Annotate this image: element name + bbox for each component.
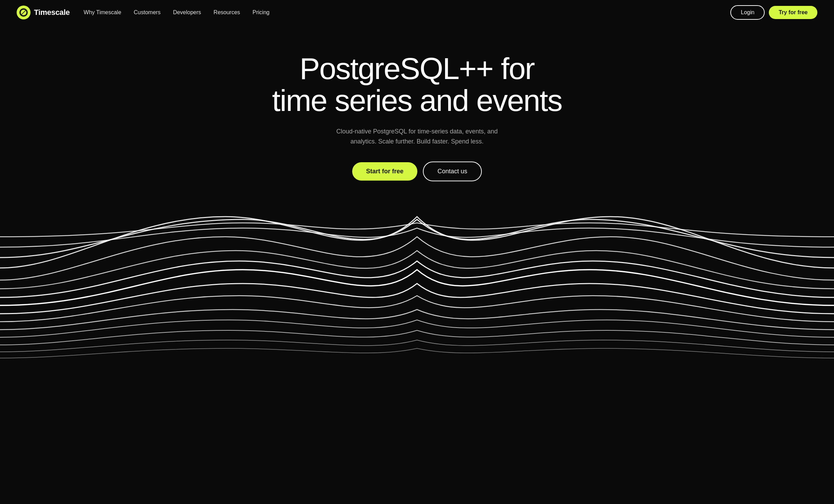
nav-link-resources[interactable]: Resources <box>214 9 240 15</box>
hero-title: PostgreSQL++ for time series and events <box>272 53 562 117</box>
nav-item-resources[interactable]: Resources <box>214 9 240 16</box>
nav-item-developers[interactable]: Developers <box>173 9 201 16</box>
start-free-button[interactable]: Start for free <box>352 162 417 181</box>
logo-text: Timescale <box>34 8 70 17</box>
nav-item-why-timescale[interactable]: Why Timescale <box>84 9 121 16</box>
try-free-button[interactable]: Try for free <box>769 6 817 19</box>
wave-svg <box>0 216 834 362</box>
logo[interactable]: Timescale <box>17 6 70 19</box>
nav-item-pricing[interactable]: Pricing <box>253 9 270 16</box>
nav-links: Why Timescale Customers Developers Resou… <box>84 9 269 16</box>
nav-link-developers[interactable]: Developers <box>173 9 201 15</box>
hero-section: PostgreSQL++ for time series and events … <box>0 25 834 195</box>
nav-link-customers[interactable]: Customers <box>134 9 160 15</box>
wave-visualization <box>0 216 834 362</box>
nav-left: Timescale Why Timescale Customers Develo… <box>17 6 269 19</box>
navigation: Timescale Why Timescale Customers Develo… <box>0 0 834 25</box>
hero-buttons: Start for free Contact us <box>352 162 482 181</box>
logo-icon <box>17 6 31 19</box>
login-button[interactable]: Login <box>730 5 765 20</box>
nav-link-pricing[interactable]: Pricing <box>253 9 270 15</box>
nav-link-why-timescale[interactable]: Why Timescale <box>84 9 121 15</box>
nav-right: Login Try for free <box>730 5 817 20</box>
hero-subtitle: Cloud-native PostgreSQL for time-series … <box>334 127 500 147</box>
nav-item-customers[interactable]: Customers <box>134 9 160 16</box>
contact-button[interactable]: Contact us <box>423 162 482 181</box>
